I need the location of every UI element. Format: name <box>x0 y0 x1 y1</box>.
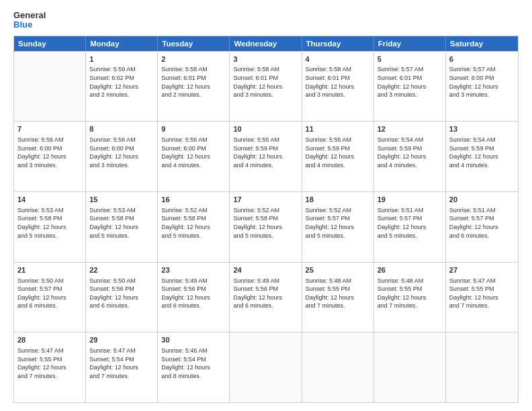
day-number: 25 <box>306 265 370 275</box>
day-number: 5 <box>378 54 442 64</box>
day-info: Sunrise: 5:58 AM Sunset: 6:01 PM Dayligh… <box>161 65 226 99</box>
day-cell-20: 20Sunrise: 5:51 AM Sunset: 5:57 PM Dayli… <box>446 192 518 262</box>
day-cell-3: 3Sunrise: 5:58 AM Sunset: 6:01 PM Daylig… <box>230 52 302 122</box>
day-info: Sunrise: 5:55 AM Sunset: 5:59 PM Dayligh… <box>306 136 370 169</box>
day-cell-10: 10Sunrise: 5:55 AM Sunset: 5:59 PM Dayli… <box>230 122 302 191</box>
day-number: 4 <box>306 54 370 64</box>
calendar-week-5: 28Sunrise: 5:47 AM Sunset: 5:55 PM Dayli… <box>14 332 518 402</box>
day-info: Sunrise: 5:47 AM Sunset: 5:55 PM Dayligh… <box>449 277 515 310</box>
day-cell-16: 16Sunrise: 5:52 AM Sunset: 5:58 PM Dayli… <box>158 192 230 262</box>
calendar-week-3: 14Sunrise: 5:53 AM Sunset: 5:58 PM Dayli… <box>14 191 518 262</box>
day-number: 3 <box>233 54 298 64</box>
day-info: Sunrise: 5:55 AM Sunset: 5:59 PM Dayligh… <box>233 136 298 169</box>
calendar-body: 1Sunrise: 5:59 AM Sunset: 6:02 PM Daylig… <box>14 51 518 402</box>
day-number: 26 <box>378 265 442 275</box>
day-cell-19: 19Sunrise: 5:51 AM Sunset: 5:57 PM Dayli… <box>374 192 446 262</box>
day-number: 22 <box>89 265 154 275</box>
day-info: Sunrise: 5:49 AM Sunset: 5:56 PM Dayligh… <box>161 277 226 310</box>
day-info: Sunrise: 5:53 AM Sunset: 5:58 PM Dayligh… <box>17 206 82 240</box>
day-info: Sunrise: 5:54 AM Sunset: 5:59 PM Dayligh… <box>449 136 515 169</box>
day-cell-30: 30Sunrise: 5:46 AM Sunset: 5:54 PM Dayli… <box>158 332 230 402</box>
day-cell-14: 14Sunrise: 5:53 AM Sunset: 5:58 PM Dayli… <box>14 192 86 262</box>
calendar-week-4: 21Sunrise: 5:50 AM Sunset: 5:57 PM Dayli… <box>14 262 518 332</box>
day-cell-22: 22Sunrise: 5:50 AM Sunset: 5:56 PM Dayli… <box>86 263 158 332</box>
day-info: Sunrise: 5:50 AM Sunset: 5:56 PM Dayligh… <box>89 277 154 310</box>
day-info: Sunrise: 5:52 AM Sunset: 5:58 PM Dayligh… <box>161 206 226 240</box>
day-info: Sunrise: 5:47 AM Sunset: 5:55 PM Dayligh… <box>17 347 82 380</box>
day-info: Sunrise: 5:57 AM Sunset: 6:00 PM Dayligh… <box>449 65 515 99</box>
day-number: 6 <box>449 54 515 64</box>
day-cell-17: 17Sunrise: 5:52 AM Sunset: 5:58 PM Dayli… <box>230 192 302 262</box>
day-cell-5: 5Sunrise: 5:57 AM Sunset: 6:01 PM Daylig… <box>374 52 446 122</box>
day-number: 10 <box>233 124 298 134</box>
day-number: 11 <box>306 124 370 134</box>
logo-general: General <box>13 11 46 20</box>
day-info: Sunrise: 5:56 AM Sunset: 6:00 PM Dayligh… <box>17 136 82 169</box>
day-cell-28: 28Sunrise: 5:47 AM Sunset: 5:55 PM Dayli… <box>14 332 86 402</box>
day-cell-6: 6Sunrise: 5:57 AM Sunset: 6:00 PM Daylig… <box>446 52 518 122</box>
day-info: Sunrise: 5:56 AM Sunset: 6:00 PM Dayligh… <box>89 136 154 169</box>
day-cell-24: 24Sunrise: 5:49 AM Sunset: 5:56 PM Dayli… <box>230 263 302 332</box>
day-number: 20 <box>449 195 515 205</box>
day-info: Sunrise: 5:48 AM Sunset: 5:55 PM Dayligh… <box>378 277 442 310</box>
day-info: Sunrise: 5:53 AM Sunset: 5:58 PM Dayligh… <box>89 206 154 240</box>
day-number: 14 <box>17 195 82 205</box>
day-info: Sunrise: 5:58 AM Sunset: 6:01 PM Dayligh… <box>306 65 370 99</box>
day-number: 30 <box>161 335 226 345</box>
weekday-header-thursday: Thursday <box>302 36 374 51</box>
empty-cell <box>230 332 302 402</box>
calendar-week-2: 7Sunrise: 5:56 AM Sunset: 6:00 PM Daylig… <box>14 121 518 191</box>
day-info: Sunrise: 5:52 AM Sunset: 5:57 PM Dayligh… <box>306 206 370 240</box>
day-info: Sunrise: 5:48 AM Sunset: 5:55 PM Dayligh… <box>306 277 370 310</box>
day-cell-9: 9Sunrise: 5:56 AM Sunset: 6:00 PM Daylig… <box>158 122 230 191</box>
day-info: Sunrise: 5:50 AM Sunset: 5:57 PM Dayligh… <box>17 277 82 310</box>
day-number: 29 <box>89 335 154 345</box>
weekday-header-tuesday: Tuesday <box>158 36 230 51</box>
day-info: Sunrise: 5:47 AM Sunset: 5:54 PM Dayligh… <box>89 347 154 380</box>
day-info: Sunrise: 5:51 AM Sunset: 5:57 PM Dayligh… <box>449 206 515 240</box>
day-number: 2 <box>161 54 226 64</box>
weekday-header-wednesday: Wednesday <box>230 36 302 51</box>
day-info: Sunrise: 5:52 AM Sunset: 5:58 PM Dayligh… <box>233 206 298 240</box>
logo-blue: Blue <box>13 20 46 30</box>
weekday-header-saturday: Saturday <box>446 36 518 51</box>
page: General Blue General Blue SundayMondayTu… <box>0 0 532 411</box>
day-cell-1: 1Sunrise: 5:59 AM Sunset: 6:02 PM Daylig… <box>86 52 158 122</box>
day-cell-27: 27Sunrise: 5:47 AM Sunset: 5:55 PM Dayli… <box>446 263 518 332</box>
day-cell-23: 23Sunrise: 5:49 AM Sunset: 5:56 PM Dayli… <box>158 263 230 332</box>
header: General Blue General Blue <box>13 11 519 30</box>
day-cell-4: 4Sunrise: 5:58 AM Sunset: 6:01 PM Daylig… <box>302 52 374 122</box>
day-info: Sunrise: 5:57 AM Sunset: 6:01 PM Dayligh… <box>378 65 442 99</box>
day-number: 28 <box>17 335 82 345</box>
day-info: Sunrise: 5:46 AM Sunset: 5:54 PM Dayligh… <box>161 347 226 380</box>
calendar: SundayMondayTuesdayWednesdayThursdayFrid… <box>13 36 519 403</box>
weekday-header-friday: Friday <box>374 36 446 51</box>
day-number: 18 <box>306 195 370 205</box>
day-cell-11: 11Sunrise: 5:55 AM Sunset: 5:59 PM Dayli… <box>302 122 374 191</box>
empty-cell <box>446 332 518 402</box>
day-number: 7 <box>17 124 82 134</box>
day-cell-15: 15Sunrise: 5:53 AM Sunset: 5:58 PM Dayli… <box>86 192 158 262</box>
day-cell-13: 13Sunrise: 5:54 AM Sunset: 5:59 PM Dayli… <box>446 122 518 191</box>
day-number: 15 <box>89 195 154 205</box>
empty-cell <box>14 52 86 122</box>
day-cell-7: 7Sunrise: 5:56 AM Sunset: 6:00 PM Daylig… <box>14 122 86 191</box>
day-number: 19 <box>378 195 442 205</box>
day-cell-25: 25Sunrise: 5:48 AM Sunset: 5:55 PM Dayli… <box>302 263 374 332</box>
day-cell-21: 21Sunrise: 5:50 AM Sunset: 5:57 PM Dayli… <box>14 263 86 332</box>
day-cell-8: 8Sunrise: 5:56 AM Sunset: 6:00 PM Daylig… <box>86 122 158 191</box>
day-info: Sunrise: 5:59 AM Sunset: 6:02 PM Dayligh… <box>89 65 154 99</box>
calendar-week-1: 1Sunrise: 5:59 AM Sunset: 6:02 PM Daylig… <box>14 51 518 122</box>
day-cell-29: 29Sunrise: 5:47 AM Sunset: 5:54 PM Dayli… <box>86 332 158 402</box>
day-number: 21 <box>17 265 82 275</box>
day-number: 9 <box>161 124 226 134</box>
day-number: 13 <box>449 124 515 134</box>
day-info: Sunrise: 5:56 AM Sunset: 6:00 PM Dayligh… <box>161 136 226 169</box>
day-cell-12: 12Sunrise: 5:54 AM Sunset: 5:59 PM Dayli… <box>374 122 446 191</box>
day-cell-2: 2Sunrise: 5:58 AM Sunset: 6:01 PM Daylig… <box>158 52 230 122</box>
day-number: 1 <box>89 54 154 64</box>
day-number: 23 <box>161 265 226 275</box>
weekday-header-sunday: Sunday <box>14 36 86 51</box>
empty-cell <box>374 332 446 402</box>
day-cell-26: 26Sunrise: 5:48 AM Sunset: 5:55 PM Dayli… <box>374 263 446 332</box>
